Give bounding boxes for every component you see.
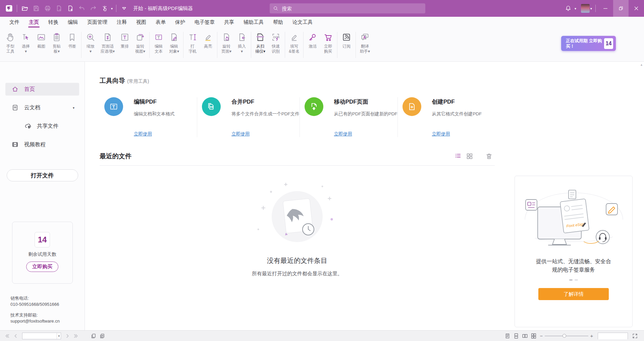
redo-icon[interactable] [88, 2, 99, 14]
menu-item-home[interactable]: 主页 [24, 17, 44, 28]
tool-zoom[interactable]: 缩放▾ [83, 31, 98, 54]
tool-insert[interactable]: 插入▾ [234, 31, 250, 54]
learn-more-button[interactable]: 了解详情 [538, 288, 609, 300]
tool-edit-object[interactable]: 编辑对象▾ [166, 31, 182, 54]
notifications-dropdown[interactable]: ▾ [575, 7, 576, 10]
save-icon[interactable] [31, 2, 42, 14]
tool-quick-ocr[interactable]: OCR 快速识别 [268, 31, 283, 54]
menu-item-comment[interactable]: 注释 [112, 17, 131, 28]
menu-item-esign[interactable]: 电子签章 [190, 17, 219, 28]
tool-buy-now[interactable]: 立即购买 [320, 31, 336, 54]
tool-rotate-pages[interactable]: 旋转页面▾ [219, 31, 234, 54]
tool-page-fit[interactable]: 页面适应选项▾ [98, 31, 117, 54]
tool-typewriter[interactable]: 打字机 [185, 31, 200, 54]
minimize-button[interactable] [598, 0, 613, 17]
page-number-dropdown[interactable]: ▾ [57, 333, 61, 339]
sidebar-item-cloud-docs[interactable]: 云文档 ▾ [5, 101, 79, 114]
add-page-icon[interactable] [65, 2, 76, 14]
notifications-bell-icon[interactable] [562, 2, 574, 14]
close-button[interactable] [629, 0, 644, 17]
use-now-link[interactable]: 立即使用 [231, 131, 250, 137]
menu-item-protect[interactable]: 保护 [170, 17, 190, 28]
zoom-percent-box[interactable] [598, 333, 628, 339]
continuous-view-icon[interactable] [512, 332, 521, 340]
menu-item-share[interactable]: 共享 [219, 17, 239, 28]
tool-activate[interactable]: 激活 [305, 31, 320, 49]
search-box[interactable] [270, 3, 425, 13]
hand-gesture-icon[interactable] [99, 2, 110, 14]
dot-active[interactable] [569, 279, 573, 281]
first-page-icon[interactable] [3, 332, 11, 340]
tool-hand[interactable]: 手型工具 [3, 31, 18, 54]
tool-subscribe[interactable]: 订阅 [339, 31, 354, 49]
cloud-docs-expand-arrow[interactable]: ▾ [73, 106, 74, 110]
page-number-input[interactable] [22, 334, 57, 338]
tool-fill-sign[interactable]: 填写&签名 [286, 31, 302, 54]
print-icon[interactable] [42, 2, 53, 14]
grid-view-toggle[interactable] [464, 152, 475, 161]
delete-page-icon[interactable] [53, 2, 65, 14]
tool-translate[interactable]: A 翻译助手▾ [357, 31, 373, 54]
previous-page-icon[interactable] [11, 332, 20, 340]
dot-inactive[interactable] [575, 279, 578, 281]
sidebar-item-video-tutorials[interactable]: 视频教程 [5, 138, 79, 151]
list-view-toggle[interactable] [452, 152, 464, 161]
trial-banner[interactable]: 正在试用期 立即购买！ 14 [561, 36, 616, 51]
tool-bookmark[interactable]: 书签 [64, 31, 80, 49]
menu-item-accessibility[interactable]: 辅助工具 [239, 17, 268, 28]
fullscreen-icon[interactable] [631, 332, 639, 340]
zoom-out-button[interactable]: − [538, 333, 545, 339]
card-edit-pdf[interactable]: 编辑PDF 编辑文档和文本格式 立即使用 [100, 97, 197, 137]
tool-clipboard[interactable]: 剪贴板▾ [49, 31, 64, 54]
open-file-button[interactable]: 打开文件 [7, 169, 78, 181]
menu-item-file[interactable]: 文件 [5, 17, 24, 28]
facing-view-icon[interactable] [521, 332, 529, 340]
menu-item-convert[interactable]: 转换 [44, 17, 63, 28]
last-page-icon[interactable] [72, 332, 80, 340]
use-now-link[interactable]: 立即使用 [334, 131, 352, 137]
support-email-address[interactable]: support@foxitsoftware.cn [10, 318, 60, 324]
sidebar-item-home[interactable]: 首页 [5, 83, 79, 96]
zoom-slider-thumb[interactable] [562, 334, 566, 338]
copy-pages-icon[interactable] [98, 332, 107, 340]
tool-select[interactable]: 选择▾ [18, 31, 34, 54]
single-page-view-icon[interactable] [503, 332, 512, 340]
user-avatar[interactable] [581, 4, 590, 13]
search-input[interactable] [281, 5, 422, 12]
tool-highlight[interactable]: 高亮 [200, 31, 216, 49]
menu-item-page-manage[interactable]: 页面管理 [83, 17, 112, 28]
zoom-slider[interactable] [545, 332, 588, 340]
tool-reflow[interactable]: 重排 [117, 31, 132, 49]
buy-now-button[interactable]: 立即购买 [26, 262, 58, 272]
zoom-in-button[interactable]: + [588, 333, 595, 339]
tool-edit-text[interactable]: 编辑文本 [151, 31, 166, 54]
card-merge-pdf[interactable]: 合并PDF 将多个文件合并生成一个PDF文件 立即使用 [197, 97, 300, 137]
card-move-pdf-pages[interactable]: 移动PDF页面 从已有的PDF页面创建新的PDF 立即使用 [300, 97, 397, 137]
continuous-facing-view-icon[interactable] [529, 332, 538, 340]
menu-item-view[interactable]: 视图 [131, 17, 151, 28]
restore-button[interactable] [613, 0, 629, 17]
tool-from-scanner[interactable]: 从扫描仪▾ [253, 31, 268, 54]
snapshot-pages-icon[interactable] [89, 332, 98, 340]
clear-recent-trash-icon[interactable] [483, 152, 495, 161]
card-create-pdf[interactable]: 创建PDF 从其它格式文件创建PDF 立即使用 [397, 97, 495, 137]
zoom-percent-input[interactable] [598, 333, 628, 339]
tool-snapshot[interactable]: 截图 [34, 31, 49, 49]
tool-rotate-view[interactable]: 旋转视图▾ [132, 31, 148, 54]
open-file-icon[interactable] [19, 2, 31, 14]
sidebar-item-shared-files[interactable]: 共享文件 [5, 120, 79, 132]
use-now-link[interactable]: 立即使用 [134, 131, 152, 137]
page-number-box[interactable]: ▾ [22, 333, 61, 339]
hide-ribbon-icon[interactable] [118, 2, 130, 14]
undo-icon[interactable] [76, 2, 88, 14]
use-now-link[interactable]: 立即使用 [432, 131, 450, 137]
menu-item-edit[interactable]: 编辑 [63, 17, 83, 28]
menu-item-form[interactable]: 表单 [151, 17, 170, 28]
account-dropdown[interactable]: ▾ [590, 7, 592, 10]
menu-item-paper-tools[interactable]: 论文工具 [288, 17, 317, 28]
promo-pagination-dots[interactable] [515, 279, 632, 281]
menu-item-help[interactable]: 帮助 [268, 17, 288, 28]
scrollbar-up-arrow[interactable]: ▲ [640, 63, 643, 66]
hand-gesture-dropdown[interactable]: ▾ [111, 7, 113, 10]
next-page-icon[interactable] [63, 332, 72, 340]
